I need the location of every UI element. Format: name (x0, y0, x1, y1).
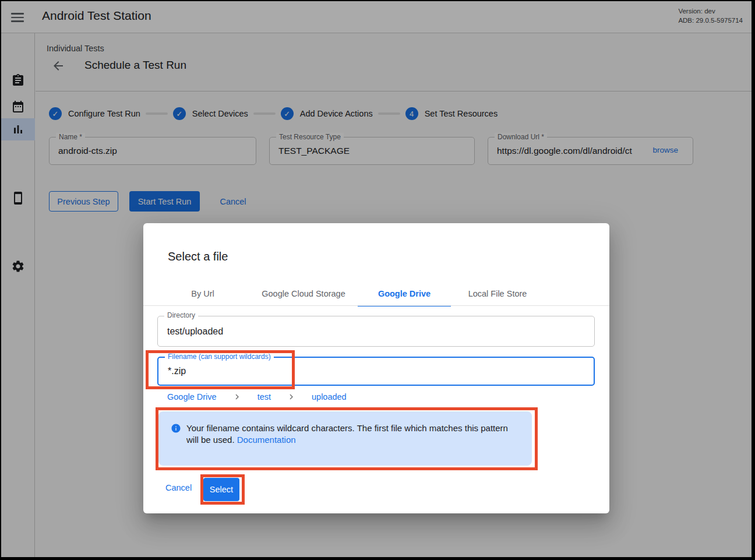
tab-google-drive[interactable]: Google Drive (358, 281, 451, 306)
app-window: Android Test Station Version: dev ADB: 2… (1, 1, 752, 557)
directory-field: Directory (157, 316, 595, 347)
breadcrumb-test[interactable]: test (257, 392, 271, 401)
directory-input[interactable] (167, 316, 575, 346)
dialog-title: Select a file (168, 250, 228, 263)
alert-text: Your filename contains wildcard characte… (186, 423, 508, 445)
tab-google-cloud-storage[interactable]: Google Cloud Storage (249, 281, 358, 306)
tab-local-file-store[interactable]: Local File Store (451, 281, 544, 306)
filename-field: Filename (can support wildcards) (157, 357, 595, 386)
info-icon (171, 423, 181, 434)
dialog-tabs: By Url Google Cloud Storage Google Drive… (156, 281, 544, 306)
chevron-right-icon (286, 392, 297, 402)
drive-breadcrumb: Google Drive test uploaded (167, 391, 347, 403)
dialog-cancel-button[interactable]: Cancel (165, 483, 192, 492)
select-file-dialog: Select a file By Url Google Cloud Storag… (143, 223, 609, 513)
breadcrumb-google-drive[interactable]: Google Drive (167, 392, 217, 401)
screenshot-frame: Android Test Station Version: dev ADB: 2… (0, 0, 755, 560)
tabs-divider (143, 305, 609, 306)
tab-by-url[interactable]: By Url (156, 281, 249, 306)
breadcrumb-uploaded[interactable]: uploaded (312, 392, 347, 401)
filename-input[interactable] (168, 358, 576, 385)
alert-message: Your filename contains wildcard characte… (186, 422, 513, 445)
wildcard-info-alert: Your filename contains wildcard characte… (158, 411, 532, 466)
documentation-link[interactable]: Documentation (237, 435, 296, 445)
chevron-right-icon (232, 392, 242, 402)
dialog-select-button[interactable]: Select (203, 478, 239, 501)
